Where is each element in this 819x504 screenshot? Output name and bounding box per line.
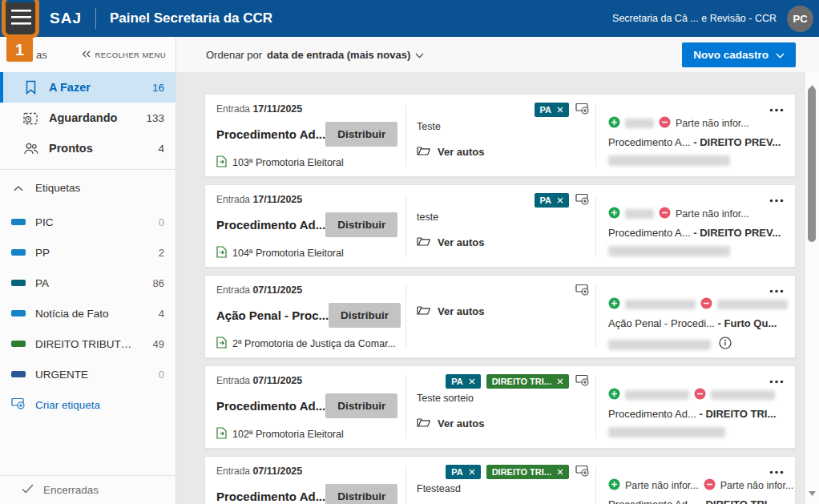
- process-title[interactable]: Procedimento Ad...: [216, 218, 325, 232]
- add-tag-button[interactable]: [575, 465, 590, 479]
- minus-circle-icon: [659, 207, 671, 221]
- scrollbar[interactable]: [805, 72, 819, 504]
- sidebar-item-aguardando[interactable]: Aguardando 133: [0, 103, 176, 133]
- view-files-label: Ver autos: [438, 146, 485, 158]
- labels-list: PIC 0 PP 2 PA 86 Notícia de Fato 4 DIREI…: [0, 207, 176, 389]
- sort-value: data de entrada (mais novas): [267, 49, 410, 61]
- process-card[interactable]: Entrada 07/11/2025 Procedimento Ad... Di…: [204, 456, 796, 504]
- remove-tag-icon[interactable]: [557, 377, 563, 386]
- add-tag-button[interactable]: [575, 284, 590, 298]
- more-options-button[interactable]: [768, 101, 785, 116]
- process-card[interactable]: Entrada 17/11/2025 Procedimento Ad... Di…: [204, 184, 796, 268]
- label-color-chip: [11, 341, 26, 347]
- distribute-button[interactable]: Distribuir: [325, 122, 397, 147]
- create-label-button[interactable]: Criar etiqueta: [0, 389, 176, 420]
- sidebar-item-prontos[interactable]: Prontos 4: [0, 133, 176, 163]
- more-options-button[interactable]: [768, 463, 785, 478]
- plus-circle-icon: [608, 116, 620, 131]
- view-files-button[interactable]: Ver autos: [417, 304, 485, 317]
- view-files-button[interactable]: Ver autos: [417, 236, 485, 248]
- card-parties-column: Procedimento Ad... - DIREITO TRI...: [595, 366, 795, 448]
- add-tag-button[interactable]: [575, 103, 590, 117]
- process-card[interactable]: Entrada 07/11/2025 Ação Penal - Proc... …: [204, 275, 796, 358]
- sidebar-item-count: 16: [152, 82, 164, 94]
- process-title[interactable]: Procedimento Ad...: [216, 490, 325, 503]
- avatar[interactable]: PC: [787, 6, 813, 32]
- calendar-clock-icon: [22, 111, 38, 125]
- remove-tag-icon[interactable]: [557, 467, 563, 477]
- label-name: DIREITO TRIBUTÁR...: [35, 338, 138, 350]
- sidebar-item-count: 133: [146, 112, 164, 124]
- bookmark-icon: [22, 80, 38, 95]
- more-options-button[interactable]: [768, 373, 785, 388]
- add-tag-button[interactable]: [575, 374, 590, 389]
- view-files-button[interactable]: Ver autos: [417, 417, 485, 429]
- create-label-text: Criar etiqueta: [35, 399, 100, 411]
- entry-label: Entrada: [216, 375, 250, 386]
- collapse-menu-label: RECOLHER MENU: [95, 50, 166, 59]
- sidebar-item-a-fazer[interactable]: A Fazer 16: [0, 72, 176, 103]
- class-subject-row: Ação Penal - Procedi... - Furto Qu...: [608, 317, 788, 329]
- process-title[interactable]: Ação Penal - Proc...: [216, 308, 329, 322]
- view-files-button[interactable]: Ver autos: [417, 145, 485, 158]
- collapse-menu-button[interactable]: RECOLHER MENU: [82, 50, 166, 59]
- card-main-info: Entrada 07/11/2025 Ação Penal - Proc... …: [205, 276, 405, 357]
- tag-chip[interactable]: DIREITO TRI...: [486, 465, 569, 479]
- remove-tag-icon[interactable]: [557, 196, 563, 205]
- distribute-button[interactable]: Distribuir: [325, 393, 397, 418]
- tag-chip[interactable]: PA: [446, 374, 480, 389]
- label-item-pa[interactable]: PA 86: [0, 268, 176, 298]
- class-label: Procedimento A...: [608, 227, 691, 239]
- entry-label: Entrada: [216, 466, 250, 477]
- remove-tag-icon[interactable]: [469, 467, 475, 477]
- subject-label: - DIREITO PREV...: [693, 227, 781, 239]
- plus-circle-icon: [608, 207, 620, 221]
- labels-section-toggle[interactable]: Etiquetas: [0, 175, 176, 200]
- add-tag-button[interactable]: [575, 193, 590, 208]
- redacted-party: [711, 390, 775, 400]
- distribute-button[interactable]: Distribuir: [325, 212, 397, 237]
- tag-chip[interactable]: PA: [535, 103, 569, 117]
- label-item-direito-tributario[interactable]: DIREITO TRIBUTÁR... 49: [0, 329, 176, 359]
- view-files-label: Ver autos: [438, 417, 485, 429]
- subject-label: - Furto Qu...: [718, 317, 777, 329]
- new-record-button[interactable]: Novo cadastro: [682, 42, 796, 67]
- distribute-button[interactable]: Distribuir: [329, 303, 401, 328]
- origin-label: 103ª Promotoria Eleitoral: [232, 157, 344, 168]
- tag-chip[interactable]: PA: [446, 465, 480, 479]
- entry-date: 07/11/2025: [252, 375, 302, 386]
- divider: [95, 8, 96, 29]
- parties-row: Parte não infor...: [608, 116, 784, 131]
- remove-tag-icon[interactable]: [557, 105, 563, 115]
- scroll-down-icon[interactable]: [809, 485, 816, 499]
- card-parties-column: Parte não infor... Procedimento A... - D…: [595, 95, 795, 176]
- process-title[interactable]: Procedimento Ad...: [216, 399, 325, 413]
- label-item-pp[interactable]: PP 2: [0, 237, 176, 268]
- card-tags: [575, 284, 590, 298]
- label-item-noticia-de-fato[interactable]: Notícia de Fato 4: [0, 298, 176, 329]
- label-item-pic[interactable]: PIC 0: [0, 207, 176, 237]
- sort-dropdown[interactable]: Ordenar por data de entrada (mais novas): [206, 49, 424, 61]
- tag-chip[interactable]: DIREITO TRI...: [486, 374, 569, 389]
- process-title[interactable]: Procedimento Ad...: [216, 127, 325, 141]
- folder-icon: [417, 236, 430, 248]
- distribute-button[interactable]: Distribuir: [325, 484, 397, 504]
- closed-filter[interactable]: Encerradas: [0, 475, 176, 504]
- entry-date: 17/11/2025: [252, 103, 302, 115]
- label-item-urgente[interactable]: URGENTE 0: [0, 359, 176, 389]
- new-record-label: Novo cadastro: [693, 49, 769, 61]
- remove-tag-icon[interactable]: [469, 377, 475, 386]
- more-options-button[interactable]: [768, 282, 785, 297]
- entry-date-row: Entrada 17/11/2025: [216, 194, 405, 205]
- process-card[interactable]: Entrada 17/11/2025 Procedimento Ad... Di…: [204, 94, 796, 177]
- card-note-column: Ftesteasd Ver autos: [405, 457, 595, 504]
- sort-prefix: Ordenar por: [206, 49, 262, 61]
- more-options-button[interactable]: [768, 192, 785, 207]
- scrollbar-thumb[interactable]: [808, 87, 816, 242]
- menu-button[interactable]: [6, 2, 36, 34]
- sidebar-item-count: 4: [158, 143, 164, 155]
- tag-chip[interactable]: PA: [535, 193, 569, 208]
- process-card[interactable]: Entrada 07/11/2025 Procedimento Ad... Di…: [204, 365, 796, 449]
- sidebar-item-label: Aguardando: [49, 111, 117, 124]
- info-icon[interactable]: [719, 337, 732, 353]
